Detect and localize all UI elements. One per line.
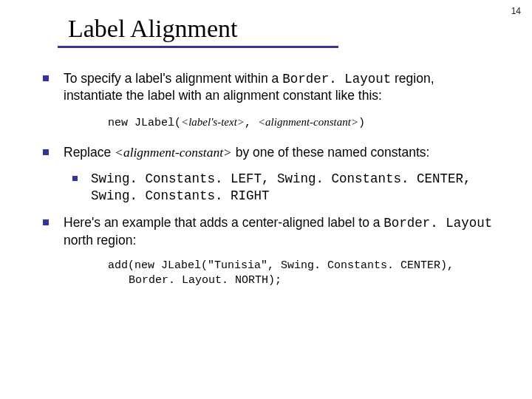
italic-text: <alignment-constant> (115, 145, 232, 160)
bullet-text: Replace <alignment-constant> by one of t… (64, 144, 497, 160)
text-run: Here's an example that adds a center-ali… (64, 215, 383, 230)
bullet-icon (43, 149, 49, 155)
bullet-icon (43, 219, 49, 225)
bullet-item: Replace <alignment-constant> by one of t… (43, 144, 497, 160)
text-run: Replace (64, 145, 115, 160)
text-run: by one of these named constants: (232, 145, 430, 160)
bullet-item: Here's an example that adds a center-ali… (43, 214, 497, 248)
code-italic: <label's-text> (181, 116, 245, 128)
code-italic: <alignment-constant> (258, 116, 358, 128)
title-underline (58, 46, 338, 48)
bullet-text: Here's an example that adds a center-ali… (64, 214, 497, 248)
slide-title: Label Alignment (0, 0, 532, 46)
bullet-icon (43, 75, 49, 81)
code-inline: Border. Layout (282, 72, 391, 86)
code-line: Border. Layout. NORTH); (108, 273, 497, 288)
text-run: To specify a label's alignment within a (64, 71, 282, 86)
text-run: north region: (64, 233, 136, 248)
page-number: 14 (511, 6, 521, 16)
content-area: To specify a label's alignment within a … (0, 70, 532, 288)
code-text: new JLabel( (108, 117, 181, 129)
bullet-item: To specify a label's alignment within a … (43, 70, 497, 104)
code-block: new JLabel(<label's-text>, <alignment-co… (43, 115, 497, 131)
code-inline: Border. Layout (383, 216, 492, 231)
code-block: add(new JLabel("Tunisia", Swing. Constan… (43, 259, 497, 289)
bullet-text: Swing. Constants. LEFT, Swing. Constants… (91, 171, 497, 204)
code-text: , (245, 117, 258, 129)
bullet-text: To specify a label's alignment within a … (64, 70, 497, 104)
code-line: add(new JLabel("Tunisia", Swing. Constan… (108, 259, 454, 272)
bullet-icon (72, 176, 78, 181)
code-text: ) (358, 117, 365, 129)
sub-bullet-item: Swing. Constants. LEFT, Swing. Constants… (43, 171, 497, 204)
